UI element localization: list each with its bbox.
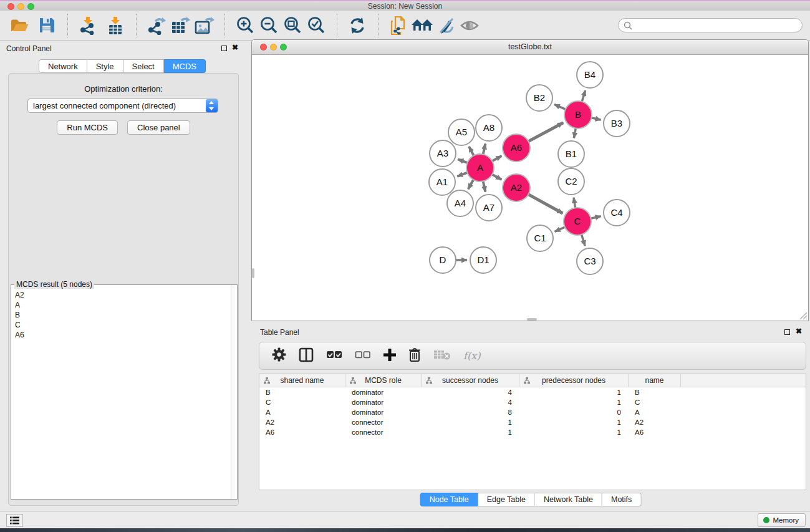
deselect-all-rows-button[interactable] [355,351,371,362]
edge-C-C1[interactable] [555,227,566,232]
global-search-field[interactable] [618,18,803,32]
zoom-selected-icon [307,16,325,35]
column-header-successor-nodes[interactable]: successor nodes [422,374,519,387]
hide-annotations-button[interactable] [434,14,458,37]
table-row[interactable]: Bdominator41B [259,387,806,397]
criterion-dropdown-value: largest connected component (directed) [28,101,206,110]
table-row[interactable]: Adominator80A [259,407,806,417]
result-item[interactable]: A6 [12,330,230,340]
close-panel-button[interactable]: Close panel [127,120,190,135]
result-item[interactable]: B [12,310,230,320]
node-label-A5: A5 [456,127,467,137]
save-session-button[interactable] [35,14,59,37]
tab-mcds[interactable]: MCDS [164,59,206,73]
show-graphics-details-button[interactable] [458,14,481,37]
tab-motifs[interactable]: Motifs [602,493,641,506]
table-body: Bdominator41BCdominator41CAdominator80AA… [259,387,806,437]
import-table-button[interactable] [104,14,127,37]
vertical-scroll-thumb[interactable] [252,268,254,278]
search-input[interactable] [632,20,802,31]
table-row[interactable]: Cdominator41C [259,397,806,407]
edge-A-A5[interactable] [469,147,474,156]
column-header-predecessor-nodes[interactable]: predecessor nodes [519,374,629,387]
edge-B-B3[interactable] [591,118,600,120]
column-header-name[interactable]: name [629,374,681,387]
edge-B-B4[interactable] [582,90,586,102]
network-canvas[interactable]: B4B2BB3A8A5A6A3B1AA1C2A2A4A7C4CC1C3DD1 [252,55,808,321]
open-folder-icon [10,17,29,34]
export-image-button[interactable] [192,14,216,37]
import-network-button[interactable] [76,14,100,37]
column-type-icon [426,377,432,384]
column-selector-button[interactable] [299,347,314,365]
tab-edge-table[interactable]: Edge Table [478,493,535,506]
table-settings-button[interactable] [272,347,286,364]
zoom-in-button[interactable] [233,14,257,37]
close-panel-icon[interactable]: ✖ [232,43,238,52]
network-window-titlebar[interactable]: testGlobe.txt [252,40,808,55]
close-panel-icon[interactable]: ✖ [796,327,802,336]
import-table-icon [106,16,125,35]
export-network-button[interactable] [145,14,168,37]
edge-B-B1[interactable] [574,128,576,138]
edge-A-A4[interactable] [468,179,474,189]
cell: 8 [422,407,519,417]
show-panels-button[interactable] [6,514,23,527]
result-item[interactable]: C [12,320,230,330]
delete-columns-button[interactable] [408,347,421,364]
cell: 1 [519,397,629,407]
run-mcds-button[interactable]: Run MCDS [57,120,118,135]
table-row[interactable]: A6connector11A6 [259,427,806,437]
edge-A-A1[interactable] [457,172,468,176]
zoom-selected-button[interactable] [304,14,328,37]
horizontal-scroll-thumb[interactable] [527,318,537,321]
open-file-button[interactable] [7,14,31,37]
edge-C-C4[interactable] [590,216,600,219]
network-from-selection-button[interactable] [387,14,410,37]
cybrowser-home-button[interactable] [410,14,434,37]
function-builder-button[interactable]: f(x) [463,350,480,362]
refresh-button[interactable] [345,14,369,37]
table-row[interactable]: A2connector11A2 [259,417,806,427]
edge-A6-B[interactable] [528,123,564,142]
edge-A-A7[interactable] [483,181,485,192]
resize-grip-icon[interactable] [798,311,808,320]
result-scrollbar[interactable] [231,285,237,499]
edge-C-C3[interactable] [581,234,585,246]
zoom-out-button[interactable] [257,14,281,37]
edge-A-A6[interactable] [491,156,501,162]
column-header-MCDS-role[interactable]: MCDS role [345,374,422,387]
column-header-shared-name[interactable]: shared name [259,374,345,387]
zoom-fit-button[interactable] [281,14,304,37]
edge-A-A3[interactable] [458,159,468,163]
tab-network[interactable]: Network [39,59,87,73]
node-label-C3: C3 [584,256,595,266]
toolbar-separator [378,14,387,37]
edge-B-B2[interactable] [554,104,566,109]
add-column-button[interactable] [383,349,396,364]
tab-style[interactable]: Style [87,59,123,73]
toolbar-separator [136,14,145,37]
column-type-icon [350,377,356,384]
network-graph[interactable]: B4B2BB3A8A5A6A3B1AA1C2A2A4A7C4CC1C3DD1 [252,55,808,321]
float-panel-icon[interactable] [221,46,227,51]
node-label-C2: C2 [565,176,577,186]
edge-A2-C[interactable] [528,194,562,213]
tab-node-table[interactable]: Node Table [420,493,478,506]
mcds-result-list[interactable]: A2ABCA6 [12,290,230,498]
criterion-dropdown[interactable]: largest connected component (directed) [27,99,218,113]
result-item[interactable]: A [12,300,230,310]
tab-network-table[interactable]: Network Table [535,493,602,506]
float-panel-icon[interactable] [784,329,790,335]
cell: A6 [629,427,681,437]
select-all-rows-button[interactable] [326,351,342,362]
result-item[interactable]: A2 [12,290,230,300]
export-table-button[interactable] [168,14,192,37]
edge-A-A2[interactable] [491,174,501,180]
tab-select[interactable]: Select [123,59,164,73]
memory-button[interactable]: Memory [758,513,806,527]
delete-table-button[interactable] [433,349,451,363]
delete-table-icon [433,349,451,360]
edge-C-C2[interactable] [574,198,576,209]
edge-A-A8[interactable] [483,143,485,155]
